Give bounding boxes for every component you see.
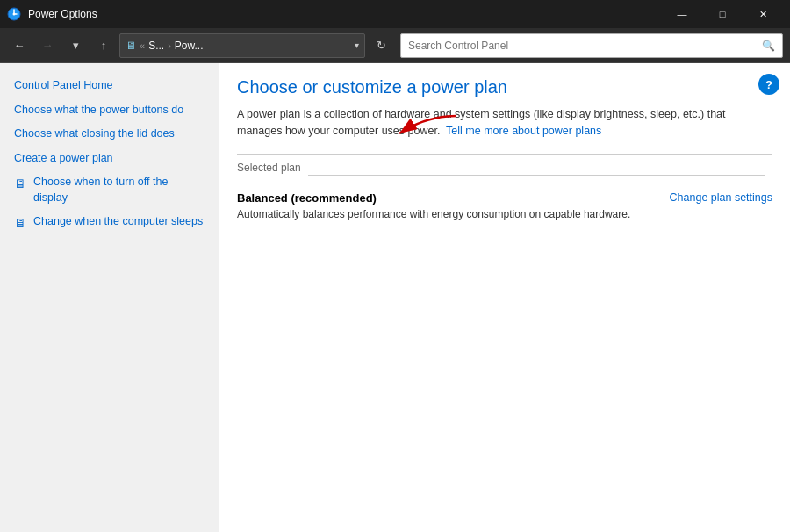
dropdown-button[interactable]: ▾ [63,33,88,58]
toolbar: ← → ▾ ↑ 🖥 « S... › Pow... ▾ ↻ 🔍 [0,28,790,63]
search-icon: 🔍 [762,40,775,52]
minimize-button[interactable]: — [662,0,702,28]
plan-row: Balanced (recommended) Automatically bal… [237,191,772,220]
help-button[interactable]: ? [758,74,779,95]
divider-line [308,175,765,176]
search-box[interactable]: 🔍 [400,33,783,58]
sidebar-item-computer-sleeps[interactable]: 🖥 Change when the computer sleeps [0,210,219,234]
main-layout: Control Panel Home Choose what the power… [0,63,790,532]
back-button[interactable]: ← [7,33,32,58]
search-input[interactable] [408,40,762,52]
svg-point-1 [13,13,16,16]
refresh-button[interactable]: ↻ [369,33,393,58]
content-title: Choose or customize a power plan [237,77,772,97]
sidebar: Control Panel Home Choose what the power… [0,63,219,532]
content-area: ? Choose or customize a power plan A pow… [219,63,790,532]
titlebar: Power Options — □ ✕ [0,0,790,28]
selected-plan-label: Selected plan [237,162,301,174]
sidebar-item-closing-lid[interactable]: Choose what closing the lid does [0,122,219,147]
sleep-icon: 🖥 [14,215,28,229]
up-button[interactable]: ↑ [91,33,116,58]
selected-plan-header: Selected plan [237,162,772,183]
address-part2: Pow... [175,40,204,52]
forward-button[interactable]: → [35,33,60,58]
learn-more-link[interactable]: Tell me more about power plans [446,125,601,137]
address-sep2: › [168,40,171,51]
titlebar-title: Power Options [28,8,662,20]
address-sep1: « [140,40,145,51]
sidebar-item-power-buttons[interactable]: Choose what the power buttons do [0,98,219,123]
plan-name: Balanced (recommended) [237,191,630,205]
plan-info: Balanced (recommended) Automatically bal… [237,191,630,220]
selected-plan-section: Selected plan Balanced (recommended) Aut… [237,154,772,220]
address-part1: S... [148,40,164,52]
address-icon: 🖥 [126,40,136,52]
sidebar-item-create-power-plan[interactable]: Create a power plan [0,147,219,171]
sidebar-item-turn-off-display[interactable]: 🖥 Choose when to turn off the display [0,170,219,210]
display-icon: 🖥 [14,176,28,190]
change-plan-settings-link[interactable]: Change plan settings [670,191,772,204]
address-chevron-icon[interactable]: ▾ [355,40,359,50]
app-icon [7,7,21,21]
plan-desc: Automatically balances performance with … [237,208,630,220]
window-controls: — □ ✕ [662,0,783,28]
maximize-button[interactable]: □ [702,0,743,28]
address-bar[interactable]: 🖥 « S... › Pow... ▾ [119,33,365,58]
sidebar-item-control-panel-home[interactable]: Control Panel Home [0,74,219,98]
content-description: A power plan is a collection of hardware… [237,106,764,140]
close-button[interactable]: ✕ [743,0,783,28]
